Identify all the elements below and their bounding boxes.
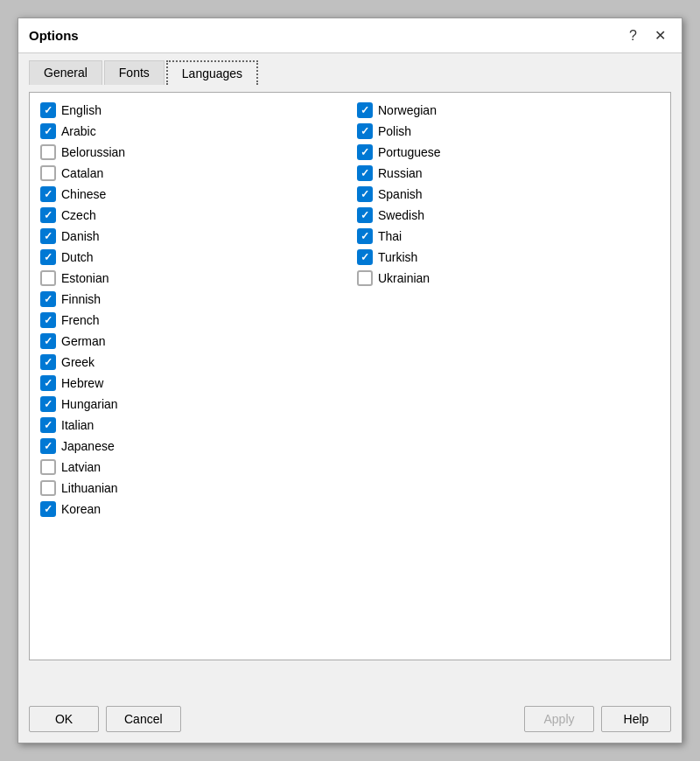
language-label: Estonian: [61, 271, 108, 285]
language-checkbox[interactable]: [357, 270, 373, 286]
language-checkbox[interactable]: ✓: [40, 354, 56, 370]
language-label: Thai: [378, 229, 402, 243]
language-item[interactable]: Catalan: [37, 163, 346, 184]
language-label: Arabic: [61, 124, 96, 138]
language-checkbox[interactable]: ✓: [40, 207, 56, 223]
language-item[interactable]: ✓Hungarian: [37, 394, 346, 415]
close-button[interactable]: ✕: [649, 25, 671, 45]
tab-fonts[interactable]: Fonts: [104, 60, 164, 85]
language-item[interactable]: ✓Spanish: [354, 184, 663, 205]
language-label: Polish: [378, 124, 411, 138]
language-checkbox[interactable]: ✓: [40, 438, 56, 454]
language-label: Italian: [61, 418, 94, 432]
language-label: Ukrainian: [378, 271, 430, 285]
language-checkbox[interactable]: [40, 144, 56, 160]
language-checkbox[interactable]: [40, 459, 56, 475]
language-item[interactable]: Lithuanian: [37, 478, 346, 499]
language-item[interactable]: ✓Finnish: [37, 289, 346, 310]
language-label: Finnish: [61, 292, 101, 306]
help-dialog-button[interactable]: Help: [601, 706, 671, 732]
language-label: German: [61, 334, 106, 348]
cancel-button[interactable]: Cancel: [106, 706, 181, 732]
language-label: Norwegian: [378, 103, 437, 117]
language-checkbox[interactable]: ✓: [40, 228, 56, 244]
language-label: Hebrew: [61, 376, 103, 390]
language-label: Swedish: [378, 208, 424, 222]
language-item[interactable]: ✓Japanese: [37, 436, 346, 457]
language-label: Hungarian: [61, 397, 118, 411]
title-bar: Options ? ✕: [18, 18, 682, 53]
language-column-2: ✓Norwegian✓Polish✓Portuguese✓Russian✓Spa…: [350, 100, 667, 289]
language-label: Japanese: [61, 439, 115, 453]
language-item[interactable]: ✓Danish: [37, 226, 346, 247]
language-item[interactable]: Latvian: [37, 457, 346, 478]
language-item[interactable]: ✓Italian: [37, 415, 346, 436]
language-item[interactable]: ✓Arabic: [37, 121, 346, 142]
language-list-box: ✓English✓ArabicBelorussianCatalan✓Chines…: [29, 92, 671, 660]
language-item[interactable]: ✓Russian: [354, 163, 663, 184]
ok-button[interactable]: OK: [29, 706, 99, 732]
tab-general[interactable]: General: [29, 60, 102, 85]
language-checkbox[interactable]: ✓: [40, 102, 56, 118]
language-item[interactable]: ✓Turkish: [354, 247, 663, 268]
language-item[interactable]: ✓Greek: [37, 352, 346, 373]
language-label: Catalan: [61, 166, 103, 180]
language-label: Latvian: [61, 460, 101, 474]
language-item[interactable]: ✓Korean: [37, 499, 346, 520]
button-group-left: OK Cancel: [29, 706, 181, 732]
language-checkbox[interactable]: [40, 165, 56, 181]
language-checkbox[interactable]: ✓: [357, 228, 373, 244]
button-bar: OK Cancel Apply Help: [18, 699, 682, 743]
language-checkbox[interactable]: ✓: [357, 123, 373, 139]
language-item[interactable]: Ukrainian: [354, 268, 663, 289]
language-item[interactable]: ✓Czech: [37, 205, 346, 226]
language-item[interactable]: Estonian: [37, 268, 346, 289]
language-item[interactable]: ✓Chinese: [37, 184, 346, 205]
language-checkbox[interactable]: ✓: [40, 186, 56, 202]
language-item[interactable]: ✓French: [37, 310, 346, 331]
language-checkbox[interactable]: ✓: [357, 186, 373, 202]
language-checkbox[interactable]: ✓: [40, 123, 56, 139]
language-item[interactable]: ✓German: [37, 331, 346, 352]
language-item[interactable]: ✓Swedish: [354, 205, 663, 226]
language-label: Belorussian: [61, 145, 125, 159]
language-item[interactable]: ✓Polish: [354, 121, 663, 142]
help-button[interactable]: ?: [624, 26, 642, 45]
language-checkbox[interactable]: ✓: [40, 312, 56, 328]
language-checkbox[interactable]: ✓: [40, 375, 56, 391]
language-checkbox[interactable]: [40, 480, 56, 496]
language-checkbox[interactable]: ✓: [40, 333, 56, 349]
language-checkbox[interactable]: ✓: [40, 249, 56, 265]
language-checkbox[interactable]: ✓: [40, 291, 56, 307]
tab-languages[interactable]: Languages: [166, 60, 258, 85]
language-item[interactable]: Belorussian: [37, 142, 346, 163]
language-item[interactable]: ✓Portuguese: [354, 142, 663, 163]
language-checkbox[interactable]: ✓: [357, 144, 373, 160]
language-label: English: [61, 103, 102, 117]
dialog-title: Options: [29, 28, 79, 43]
language-checkbox[interactable]: ✓: [357, 102, 373, 118]
language-label: Spanish: [378, 187, 423, 201]
tab-content: ✓English✓ArabicBelorussianCatalan✓Chines…: [18, 85, 682, 699]
language-item[interactable]: ✓Dutch: [37, 247, 346, 268]
language-checkbox[interactable]: ✓: [40, 396, 56, 412]
language-label: Dutch: [61, 250, 94, 264]
title-bar-right: ? ✕: [624, 25, 671, 45]
language-label: Czech: [61, 208, 96, 222]
language-checkbox[interactable]: ✓: [40, 501, 56, 517]
language-checkbox[interactable]: ✓: [357, 207, 373, 223]
language-checkbox[interactable]: ✓: [357, 165, 373, 181]
language-item[interactable]: ✓Norwegian: [354, 100, 663, 121]
apply-button[interactable]: Apply: [524, 706, 594, 732]
language-checkbox[interactable]: ✓: [40, 417, 56, 433]
language-checkbox[interactable]: ✓: [357, 249, 373, 265]
language-item[interactable]: ✓Thai: [354, 226, 663, 247]
language-label: Korean: [61, 502, 101, 516]
language-checkbox[interactable]: [40, 270, 56, 286]
language-column-1: ✓English✓ArabicBelorussianCatalan✓Chines…: [33, 100, 350, 520]
language-label: Russian: [378, 166, 423, 180]
language-label: Greek: [61, 355, 94, 369]
language-item[interactable]: ✓English: [37, 100, 346, 121]
language-item[interactable]: ✓Hebrew: [37, 373, 346, 394]
tab-bar: General Fonts Languages: [18, 53, 682, 85]
